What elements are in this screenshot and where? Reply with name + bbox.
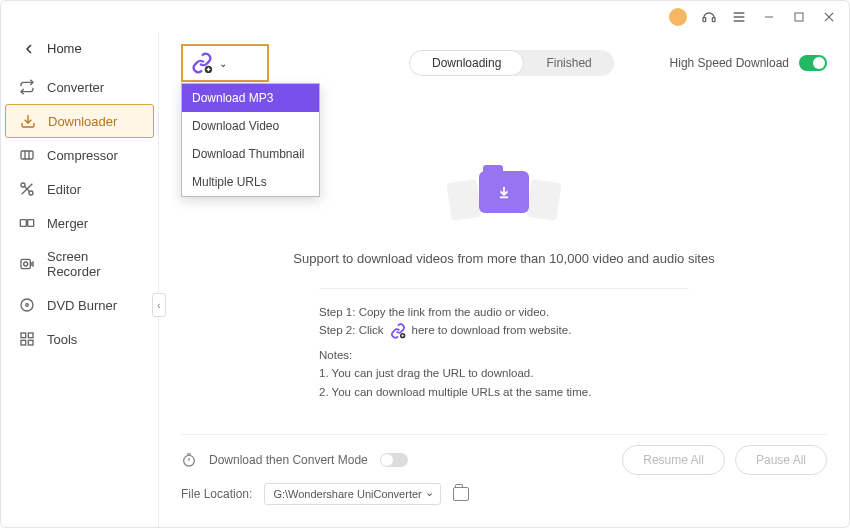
svg-rect-22 [28, 333, 33, 338]
timer-icon[interactable] [181, 452, 197, 468]
merger-icon [19, 215, 35, 231]
tools-icon [19, 331, 35, 347]
titlebar [1, 1, 849, 33]
add-download-button[interactable]: ⌄ [181, 44, 269, 82]
svg-rect-15 [20, 220, 26, 227]
add-menu-dropdown: Download MP3 Download Video Download Thu… [181, 83, 320, 197]
svg-point-33 [184, 455, 195, 466]
notes-label: Notes: [319, 346, 689, 364]
convert-mode-toggle[interactable] [380, 453, 408, 467]
link-plus-icon [390, 321, 406, 339]
support-text: Support to download videos from more tha… [293, 251, 714, 266]
sidebar-item-screen-recorder[interactable]: Screen Recorder [1, 240, 158, 288]
label: Compressor [47, 148, 118, 163]
sidebar-item-compressor[interactable]: Compressor [1, 138, 158, 172]
label: Converter [47, 80, 104, 95]
label: Screen Recorder [47, 249, 140, 279]
sidebar-item-tools[interactable]: Tools [1, 322, 158, 356]
label: Tools [47, 332, 77, 347]
maximize-icon[interactable] [791, 9, 807, 25]
sidebar-item-downloader[interactable]: Downloader [5, 104, 154, 138]
footer: Download then Convert Mode Resume All Pa… [181, 434, 827, 513]
svg-rect-17 [21, 259, 30, 268]
sidebar-item-dvd-burner[interactable]: DVD Burner [1, 288, 158, 322]
high-speed-row: High Speed Download [670, 55, 827, 71]
screen-recorder-icon [19, 256, 35, 272]
label: Editor [47, 182, 81, 197]
menu-download-mp3[interactable]: Download MP3 [182, 84, 319, 112]
sidebar-item-editor[interactable]: Editor [1, 172, 158, 206]
svg-point-20 [26, 304, 29, 307]
resume-all-button[interactable]: Resume All [622, 445, 725, 475]
home-label: Home [47, 41, 82, 56]
home-button[interactable]: Home [1, 35, 158, 70]
dvd-burner-icon [19, 297, 35, 313]
note-2: 2. You can download multiple URLs at the… [319, 383, 689, 401]
tab-downloading[interactable]: Downloading [409, 50, 524, 76]
chevron-down-icon: ⌄ [219, 58, 227, 69]
converter-icon [19, 79, 35, 95]
minimize-icon[interactable] [761, 9, 777, 25]
svg-rect-1 [712, 18, 715, 22]
convert-mode-label: Download then Convert Mode [209, 453, 368, 467]
menu-download-video[interactable]: Download Video [182, 112, 319, 140]
menu-multiple-urls[interactable]: Multiple URLs [182, 168, 319, 196]
sidebar-item-converter[interactable]: Converter [1, 70, 158, 104]
close-icon[interactable] [821, 9, 837, 25]
sidebar: Home Converter Downloader Compressor Edi… [1, 33, 159, 527]
svg-rect-21 [21, 333, 26, 338]
step-2: Step 2: Click here to download from webs… [319, 321, 689, 339]
downloader-icon [20, 113, 36, 129]
state-tabs: Downloading Finished [409, 50, 614, 76]
menu-download-thumbnail[interactable]: Download Thumbnail [182, 140, 319, 168]
high-speed-label: High Speed Download [670, 56, 789, 70]
svg-rect-23 [21, 340, 26, 345]
svg-rect-24 [28, 340, 33, 345]
note-1: 1. You can just drag the URL to download… [319, 364, 689, 382]
file-location-select[interactable]: G:\Wondershare UniConverter [264, 483, 440, 505]
label: DVD Burner [47, 298, 117, 313]
steps: Step 1: Copy the link from the audio or … [319, 288, 689, 401]
compressor-icon [19, 147, 35, 163]
file-location-label: File Location: [181, 487, 252, 501]
menu-icon[interactable] [731, 9, 747, 25]
svg-point-18 [24, 262, 28, 266]
svg-rect-6 [795, 13, 803, 21]
tab-finished[interactable]: Finished [524, 50, 613, 76]
open-folder-button[interactable] [453, 487, 469, 501]
toolbar: ⌄ Downloading Finished High Speed Downlo… [181, 43, 827, 83]
user-avatar[interactable] [669, 8, 687, 26]
download-illustration [449, 171, 559, 231]
step-1: Step 1: Copy the link from the audio or … [319, 303, 689, 321]
svg-point-19 [21, 299, 33, 311]
high-speed-toggle[interactable] [799, 55, 827, 71]
link-plus-icon [191, 52, 213, 74]
sidebar-item-merger[interactable]: Merger [1, 206, 158, 240]
main-panel: ⌄ Downloading Finished High Speed Downlo… [159, 33, 849, 527]
label: Downloader [48, 114, 117, 129]
support-icon[interactable] [701, 9, 717, 25]
editor-icon [19, 181, 35, 197]
chevron-left-icon [25, 44, 35, 54]
pause-all-button[interactable]: Pause All [735, 445, 827, 475]
svg-rect-16 [28, 220, 34, 227]
label: Merger [47, 216, 88, 231]
svg-rect-10 [21, 151, 33, 159]
svg-rect-0 [703, 18, 706, 22]
